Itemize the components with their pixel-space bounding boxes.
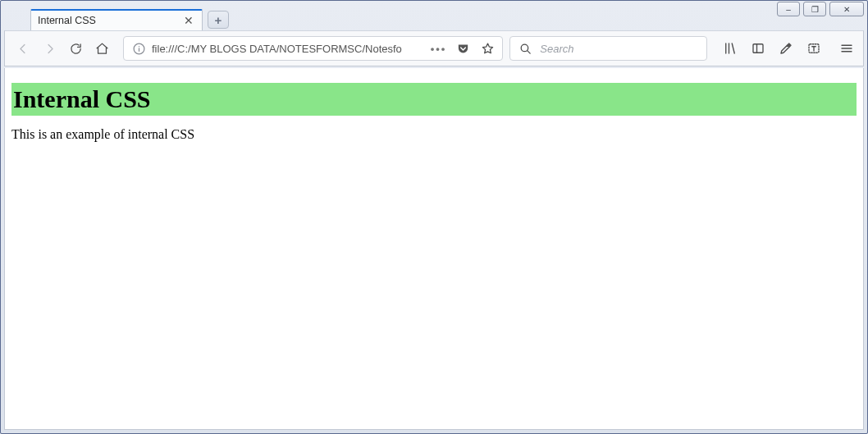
site-info-button[interactable] xyxy=(130,40,147,57)
page-viewport: Internal CSS This is an example of inter… xyxy=(4,68,864,430)
home-icon xyxy=(95,42,109,56)
window-controls: – ❐ ✕ xyxy=(777,2,864,16)
library-icon xyxy=(723,41,738,56)
home-button[interactable] xyxy=(94,40,110,57)
url-text: file:///C:/MY BLOGS DATA/NOTESFORMSC/Not… xyxy=(152,43,426,55)
text-icon xyxy=(806,41,821,56)
reload-button[interactable] xyxy=(67,40,84,57)
address-bar[interactable]: file:///C:/MY BLOGS DATA/NOTESFORMSC/Not… xyxy=(123,36,503,61)
hamburger-icon xyxy=(839,41,854,56)
search-icon-wrap xyxy=(517,40,533,57)
close-icon: ✕ xyxy=(184,14,194,27)
tab-title: Internal CSS xyxy=(38,15,176,26)
sidebar-icon xyxy=(751,41,765,56)
star-icon xyxy=(481,42,495,56)
new-tab-button[interactable]: + xyxy=(208,11,229,29)
browser-window: – ❐ ✕ Internal CSS ✕ + xyxy=(0,0,868,434)
toolbar-right xyxy=(722,40,855,57)
close-window-icon: ✕ xyxy=(843,5,850,14)
navigation-buttons xyxy=(15,40,110,57)
maximize-button[interactable]: ❐ xyxy=(803,2,826,16)
eyedropper-button[interactable] xyxy=(778,40,794,57)
bookmark-button[interactable] xyxy=(479,40,496,57)
plus-icon: + xyxy=(215,13,222,27)
back-button[interactable] xyxy=(15,40,31,57)
reload-icon xyxy=(69,42,83,56)
minimize-button[interactable]: – xyxy=(777,2,800,16)
search-bar[interactable]: Search xyxy=(509,36,707,61)
library-button[interactable] xyxy=(722,40,738,57)
app-menu-button[interactable] xyxy=(838,40,855,57)
page-paragraph: This is an example of internal CSS xyxy=(11,127,857,142)
sidebar-button[interactable] xyxy=(750,40,766,57)
search-placeholder: Search xyxy=(540,43,573,55)
svg-rect-2 xyxy=(753,44,763,53)
address-bar-actions: ••• xyxy=(431,40,496,57)
arrow-right-icon xyxy=(43,42,57,56)
toolbar: file:///C:/MY BLOGS DATA/NOTESFORMSC/Not… xyxy=(4,30,864,66)
text-style-button[interactable] xyxy=(806,40,822,57)
pocket-icon xyxy=(456,42,470,56)
page-heading: Internal CSS xyxy=(11,83,857,116)
pocket-button[interactable] xyxy=(455,40,471,57)
minimize-icon: – xyxy=(786,5,791,14)
browser-tab[interactable]: Internal CSS ✕ xyxy=(30,9,203,30)
page-body: Internal CSS This is an example of inter… xyxy=(5,68,863,160)
tab-strip: Internal CSS ✕ + xyxy=(30,7,769,30)
info-icon xyxy=(132,42,146,56)
arrow-left-icon xyxy=(16,42,30,56)
eyedropper-icon xyxy=(779,41,793,56)
forward-button[interactable] xyxy=(41,40,57,57)
page-actions-button[interactable]: ••• xyxy=(431,43,447,55)
search-icon xyxy=(519,42,532,56)
close-window-button[interactable]: ✕ xyxy=(829,2,864,16)
maximize-icon: ❐ xyxy=(811,5,819,14)
tab-close-button[interactable]: ✕ xyxy=(182,14,195,27)
